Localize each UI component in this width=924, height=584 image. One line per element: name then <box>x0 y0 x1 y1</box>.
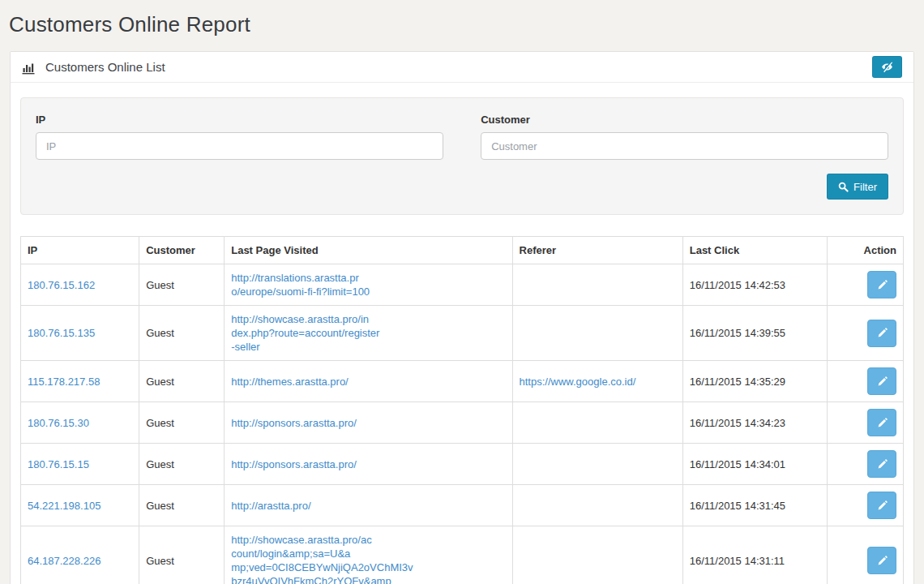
referer-link[interactable]: https://www.google.co.id/ <box>520 376 636 388</box>
customer-name: Guest <box>146 279 174 291</box>
customer-form-group: Customer <box>481 114 888 160</box>
table-header-row: IPCustomerLast Page VisitedRefererLast C… <box>21 237 904 264</box>
table-row: 115.178.217.58 Guest http://themes.arast… <box>21 361 904 402</box>
pencil-icon <box>877 556 888 566</box>
last-page-link[interactable]: http://showcase.arastta.pro/in dex.php?r… <box>231 312 379 354</box>
table-body: 180.76.15.162 Guest http://translations.… <box>21 264 904 584</box>
eye-slash-icon <box>880 61 894 73</box>
pencil-icon <box>877 376 888 387</box>
edit-button[interactable] <box>867 547 896 574</box>
column-header-action: Action <box>827 237 903 264</box>
customer-name: Guest <box>146 500 174 512</box>
ip-link[interactable]: 180.76.15.162 <box>28 279 95 291</box>
customers-online-table: IPCustomerLast Page VisitedRefererLast C… <box>20 236 904 584</box>
customer-name: Guest <box>146 327 174 339</box>
edit-button[interactable] <box>867 409 896 436</box>
customer-input[interactable] <box>481 132 888 160</box>
pencil-icon <box>877 418 888 428</box>
last-click-value: 16/11/2015 14:35:29 <box>690 376 785 388</box>
column-header-last-page-visited: Last Page Visited <box>225 237 512 264</box>
search-icon <box>838 182 849 192</box>
last-click-value: 16/11/2015 14:31:45 <box>690 500 785 512</box>
customers-online-panel: Customers Online List IP <box>10 51 914 584</box>
filter-well: IP Customer <box>20 97 904 215</box>
last-page-link[interactable]: http://translations.arastta.pr o/europe/… <box>231 271 370 298</box>
ip-link[interactable]: 180.76.15.15 <box>28 458 89 470</box>
page-title: Customers Online Report <box>9 12 924 37</box>
ip-link[interactable]: 54.221.198.105 <box>28 500 101 512</box>
customer-name: Guest <box>146 376 174 388</box>
ip-link[interactable]: 180.76.15.30 <box>28 417 89 429</box>
table-row: 180.76.15.162 Guest http://translations.… <box>21 264 904 306</box>
ip-label: IP <box>36 114 443 126</box>
customer-name: Guest <box>146 417 174 429</box>
ip-link[interactable]: 64.187.228.226 <box>28 555 101 567</box>
filter-button[interactable]: Filter <box>827 174 888 200</box>
table-row: 180.76.15.15 Guest http://sponsors.arast… <box>21 444 904 485</box>
table-row: 180.76.15.30 Guest http://sponsors.arast… <box>21 402 904 444</box>
panel-header: Customers Online List <box>11 52 913 83</box>
ip-link[interactable]: 115.178.217.58 <box>28 376 100 388</box>
last-page-link[interactable]: http://themes.arastta.pro/ <box>231 375 349 389</box>
last-click-value: 16/11/2015 14:42:53 <box>690 279 785 291</box>
toggle-filter-button[interactable] <box>872 56 902 78</box>
customer-name: Guest <box>146 555 174 567</box>
column-header-ip: IP <box>21 237 139 264</box>
edit-button[interactable] <box>867 271 896 298</box>
edit-button[interactable] <box>867 367 896 395</box>
last-click-value: 16/11/2015 14:34:01 <box>690 458 785 470</box>
last-page-link[interactable]: http://sponsors.arastta.pro/ <box>231 416 357 430</box>
last-click-value: 16/11/2015 14:39:55 <box>690 327 785 339</box>
filter-button-label: Filter <box>853 181 877 193</box>
customer-label: Customer <box>481 114 888 126</box>
last-page-link[interactable]: http://showcase.arastta.pro/ac count/log… <box>231 533 413 584</box>
edit-button[interactable] <box>867 450 896 478</box>
pencil-icon <box>877 328 888 338</box>
ip-form-group: IP <box>36 114 443 160</box>
table-row: 54.221.198.105 Guest http://arastta.pro/… <box>21 485 904 526</box>
panel-body: IP Customer <box>11 83 913 584</box>
last-click-value: 16/11/2015 14:31:11 <box>690 555 785 567</box>
pencil-icon <box>877 500 888 511</box>
last-page-link[interactable]: http://arastta.pro/ <box>231 499 310 513</box>
ip-input[interactable] <box>36 132 443 160</box>
customers-online-report-page: Customers Online Report Customers Online… <box>0 0 924 584</box>
last-click-value: 16/11/2015 14:34:23 <box>690 417 785 429</box>
last-page-link[interactable]: http://sponsors.arastta.pro/ <box>231 457 357 471</box>
column-header-referer: Referer <box>512 237 682 264</box>
table-row: 64.187.228.226 Guest http://showcase.ara… <box>21 526 904 584</box>
column-header-last-click: Last Click <box>682 237 827 264</box>
edit-button[interactable] <box>867 320 896 347</box>
panel-title: Customers Online List <box>45 60 165 74</box>
customer-name: Guest <box>146 458 174 470</box>
edit-button[interactable] <box>867 492 896 519</box>
table-row: 180.76.15.135 Guest http://showcase.aras… <box>21 306 904 361</box>
ip-link[interactable]: 180.76.15.135 <box>28 327 95 339</box>
bar-chart-icon <box>22 62 35 75</box>
pencil-icon <box>877 280 888 290</box>
pencil-icon <box>877 459 888 470</box>
column-header-customer: Customer <box>139 237 225 264</box>
